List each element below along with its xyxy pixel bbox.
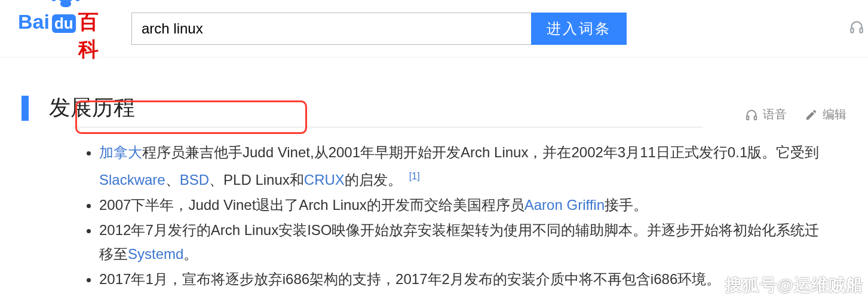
header-right-tools bbox=[849, 19, 864, 35]
logo-text-bai: Bai bbox=[18, 10, 50, 33]
link-aaron-griffin[interactable]: Aaron Griffin bbox=[525, 197, 605, 213]
voice-label: 语音 bbox=[763, 106, 787, 123]
list-item: 2007下半年，Judd Vinet退出了Arch Linux的开发而交给美国程… bbox=[99, 193, 823, 217]
text: 。 bbox=[183, 246, 198, 262]
link-systemd[interactable]: Systemd bbox=[128, 246, 183, 262]
link-canada[interactable]: 加拿大 bbox=[99, 144, 142, 160]
logo-text-du: du bbox=[52, 14, 76, 33]
text: 、 bbox=[165, 172, 180, 188]
baidu-baike-logo[interactable]: Bai du 百科 bbox=[18, 0, 114, 63]
section-underline bbox=[73, 127, 703, 127]
link-slackware[interactable]: Slackware bbox=[99, 172, 165, 188]
edit-action[interactable]: 编辑 bbox=[805, 106, 846, 123]
search-input[interactable] bbox=[131, 13, 531, 45]
svg-rect-0 bbox=[851, 28, 853, 33]
text: 的启发。 bbox=[345, 172, 402, 188]
search-bar: 进入词条 bbox=[131, 13, 627, 45]
section-actions: 语音 编辑 bbox=[745, 106, 846, 123]
text: 2012年7月发行的Arch Linux安装ISO映像开始放弃安装框架转为使用不… bbox=[99, 222, 819, 262]
pencil-icon bbox=[805, 108, 818, 121]
headset-icon[interactable] bbox=[849, 19, 864, 35]
link-crux[interactable]: CRUX bbox=[304, 172, 345, 188]
section-accent-bar bbox=[22, 96, 29, 121]
headset-icon bbox=[745, 108, 758, 121]
list-item: 加拿大程序员兼吉他手Judd Vinet,从2001年早期开始开发Arch Li… bbox=[99, 141, 823, 192]
enter-entry-button[interactable]: 进入词条 bbox=[531, 13, 627, 45]
content-area: 发展历程 语音 编辑 加拿大程序员兼吉他手Judd Vinet,从2001年早期… bbox=[0, 57, 868, 291]
text: 接手。 bbox=[605, 197, 648, 213]
list-item: 2017年1月，宣布将逐步放弃i686架构的支持，2017年2月发布的安装介质中… bbox=[99, 267, 823, 291]
watermark: 搜狐号@运维贼船 bbox=[725, 274, 863, 297]
svg-rect-1 bbox=[860, 28, 862, 33]
text: 、PLD Linux和 bbox=[209, 172, 304, 188]
text: 2017年1月，宣布将逐步放弃i686架构的支持，2017年2月发布的安装介质中… bbox=[99, 271, 720, 287]
text: 程序员兼吉他手Judd Vinet,从2001年早期开始开发Arch Linux… bbox=[142, 144, 819, 160]
section-header: 发展历程 语音 编辑 bbox=[22, 93, 846, 123]
link-bsd[interactable]: BSD bbox=[180, 172, 209, 188]
svg-rect-2 bbox=[747, 115, 749, 119]
edit-label: 编辑 bbox=[823, 106, 846, 123]
svg-rect-3 bbox=[754, 115, 757, 119]
text: 2007下半年，Judd Vinet退出了Arch Linux的开发而交给美国程… bbox=[99, 197, 525, 213]
list-item: 2012年7月发行的Arch Linux安装ISO映像开始放弃安装框架转为使用不… bbox=[99, 218, 823, 266]
section-title: 发展历程 bbox=[49, 93, 135, 123]
voice-action[interactable]: 语音 bbox=[745, 106, 787, 123]
history-list: 加拿大程序员兼吉他手Judd Vinet,从2001年早期开始开发Arch Li… bbox=[22, 141, 846, 291]
page-header: Bai du 百科 进入词条 bbox=[0, 0, 868, 57]
reference-1[interactable]: [1] bbox=[409, 171, 420, 181]
logo-text-baike: 百科 bbox=[78, 8, 114, 63]
